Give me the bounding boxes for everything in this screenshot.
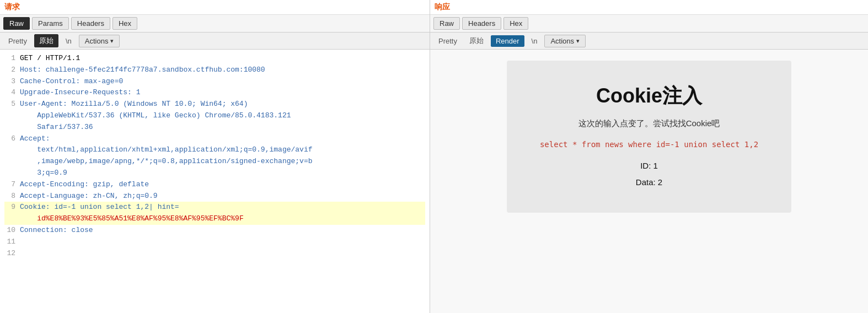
code-line-5: 5 User-Agent: Mozilla/5.0 (Windows NT 10… <box>4 99 425 133</box>
render-data-value: Data: 2 <box>540 174 758 191</box>
response-tab-bar: Raw Headers Hex <box>430 15 868 33</box>
subtab-newline-left[interactable]: \n <box>61 35 77 47</box>
tab-raw-left[interactable]: Raw <box>3 17 30 30</box>
code-line-3: 3 Cache-Control: max-age=0 <box>4 76 425 88</box>
request-label: 请求 <box>4 2 20 11</box>
render-title: Cookie注入 <box>540 83 758 110</box>
actions-button-left[interactable]: Actions <box>79 35 120 47</box>
code-line-2: 2 Host: challenge-5fec21f4fc7778a7.sandb… <box>4 64 425 76</box>
tab-headers-left[interactable]: Headers <box>71 17 110 30</box>
code-line-1: 1 GET / HTTP/1.1 <box>4 53 425 64</box>
tab-params[interactable]: Params <box>32 17 69 30</box>
render-box: Cookie注入 这次的输入点变了。尝试找找Cookie吧 select * f… <box>507 61 791 213</box>
subtab-pretty-right[interactable]: Pretty <box>433 35 462 47</box>
right-panel: 响应 Raw Headers Hex Pretty 原始 Render \n A… <box>430 0 868 313</box>
subtab-render[interactable]: Render <box>491 35 524 47</box>
response-section-header: 响应 <box>430 0 868 15</box>
request-subtab-bar: Pretty 原始 \n Actions <box>0 33 430 50</box>
main-container: 请求 Raw Params Headers Hex Pretty 原始 \n A… <box>0 0 868 313</box>
tab-raw-right[interactable]: Raw <box>433 17 460 30</box>
left-panel: 请求 Raw Params Headers Hex Pretty 原始 \n A… <box>0 0 430 313</box>
render-area: Cookie注入 这次的输入点变了。尝试找找Cookie吧 select * f… <box>430 50 868 313</box>
request-tab-bar: Raw Params Headers Hex <box>0 15 430 33</box>
actions-button-right[interactable]: Actions <box>544 35 586 47</box>
response-subtab-bar: Pretty 原始 Render \n Actions <box>430 33 868 50</box>
code-line-8: 8 Accept-Language: zh-CN, zh;q=0.9 <box>4 191 425 202</box>
tab-hex-right[interactable]: Hex <box>503 17 528 30</box>
subtab-raw-left[interactable]: 原始 <box>34 34 58 47</box>
subtab-raw-right[interactable]: 原始 <box>464 34 489 47</box>
code-line-9: 9 Cookie: id=-1 union select 1,2| hint= … <box>4 202 425 225</box>
tab-headers-right[interactable]: Headers <box>462 17 501 30</box>
subtab-newline-right[interactable]: \n <box>527 35 543 47</box>
render-id-value: ID: 1 <box>540 158 758 174</box>
code-line-6: 6 Accept: text/html,application/xhtml+xm… <box>4 133 425 179</box>
render-id: ID: 1 Data: 2 <box>540 158 758 191</box>
code-line-10: 10 Connection: close <box>4 225 425 236</box>
code-line-7: 7 Accept-Encoding: gzip, deflate <box>4 179 425 191</box>
code-line-11: 11 <box>4 236 425 248</box>
request-section-header: 请求 <box>0 0 430 15</box>
request-code-area[interactable]: 1 GET / HTTP/1.1 2 Host: challenge-5fec2… <box>0 50 430 313</box>
tab-hex-left[interactable]: Hex <box>112 17 137 30</box>
subtab-pretty-left[interactable]: Pretty <box>3 35 32 47</box>
code-line-4: 4 Upgrade-Insecure-Requests: 1 <box>4 87 425 99</box>
code-line-12: 12 <box>4 248 425 260</box>
response-label: 响应 <box>435 2 450 11</box>
render-subtitle: 这次的输入点变了。尝试找找Cookie吧 <box>540 118 758 129</box>
sql-query: select * from news where id=-1 union sel… <box>540 140 758 149</box>
